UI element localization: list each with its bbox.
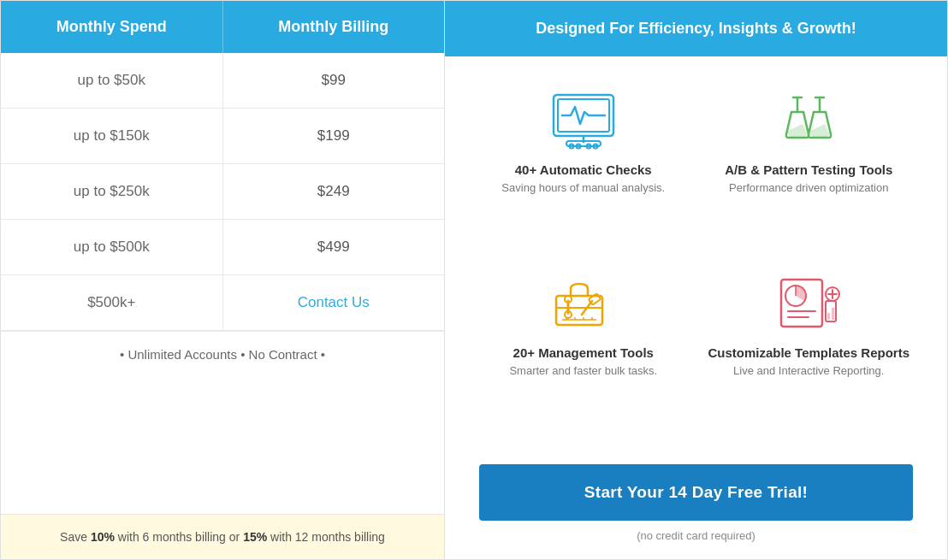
savings-suffix: with 12 months billing [267, 530, 385, 544]
pricing-table-rows: up to $50k $99 up to $150k $199 up to $2… [1, 53, 444, 514]
monitor-icon [549, 91, 618, 150]
savings-15: 15% [243, 530, 267, 544]
report-icon [774, 274, 843, 333]
feature-desc: Performance driven optimization [729, 180, 888, 196]
billing-cell-contact: Contact Us [223, 275, 445, 330]
feature-desc: Smarter and faster bulk tasks. [509, 363, 657, 379]
svg-rect-30 [832, 308, 834, 320]
col-header-billing: Monthly Billing [223, 1, 445, 53]
savings-mid: with 6 months billing or [115, 530, 243, 544]
right-panel: Designed For Efficiency, Insights & Grow… [445, 1, 947, 559]
spend-cell: up to $50k [1, 53, 223, 108]
features-grid: 40+ Automatic Checks Saving hours of man… [445, 56, 947, 456]
table-row: up to $250k $249 [1, 164, 444, 220]
right-header: Designed For Efficiency, Insights & Grow… [445, 1, 947, 56]
col-header-spend: Monthly Spend [1, 1, 223, 53]
svg-rect-28 [826, 301, 836, 321]
billing-cell: $199 [223, 109, 445, 163]
billing-cell: $99 [223, 53, 445, 108]
savings-prefix: Save [60, 530, 91, 544]
table-row: up to $50k $99 [1, 53, 444, 109]
feature-title: 20+ Management Tools [513, 345, 654, 360]
billing-cell: $249 [223, 164, 445, 219]
left-panel: Monthly Spend Monthly Billing up to $50k… [1, 1, 445, 559]
savings-10: 10% [91, 530, 115, 544]
cta-section: Start Your 14 Day Free Trial! (no credit… [445, 456, 947, 559]
flask-icon [774, 91, 843, 150]
savings-banner: Save 10% with 6 months billing or 15% wi… [1, 514, 444, 559]
contact-us-link[interactable]: Contact Us [298, 294, 370, 310]
table-row: up to $500k $499 [1, 220, 444, 275]
spend-cell: $500k+ [1, 275, 223, 330]
billing-cell: $499 [223, 220, 445, 274]
spend-cell: up to $150k [1, 109, 223, 163]
table-row: up to $150k $199 [1, 109, 444, 164]
svg-rect-12 [556, 296, 602, 325]
spend-cell: up to $500k [1, 220, 223, 274]
feature-automatic-checks: 40+ Automatic Checks Saving hours of man… [479, 91, 688, 248]
table-header: Monthly Spend Monthly Billing [1, 1, 444, 53]
feature-title: A/B & Pattern Testing Tools [725, 162, 892, 177]
pricing-container: Monthly Spend Monthly Billing up to $50k… [0, 0, 948, 560]
feature-title: Customizable Templates Reports [708, 345, 909, 360]
unlimited-text: • Unlimited Accounts • No Contract • [1, 331, 444, 377]
feature-title: 40+ Automatic Checks [515, 162, 652, 177]
feature-desc: Live and Interactive Reporting. [733, 363, 884, 379]
feature-desc: Saving hours of manual analysis. [501, 180, 665, 196]
svg-rect-29 [827, 313, 830, 320]
free-trial-button[interactable]: Start Your 14 Day Free Trial! [479, 464, 913, 521]
feature-reports: Customizable Templates Reports Live and … [705, 274, 914, 431]
spend-cell: up to $250k [1, 164, 223, 219]
tools-icon [549, 274, 618, 333]
table-row: $500k+ Contact Us [1, 275, 444, 331]
feature-ab-testing: A/B & Pattern Testing Tools Performance … [705, 91, 914, 248]
feature-management-tools: 20+ Management Tools Smarter and faster … [479, 274, 688, 431]
no-cc-text: (no credit card required) [637, 529, 755, 542]
